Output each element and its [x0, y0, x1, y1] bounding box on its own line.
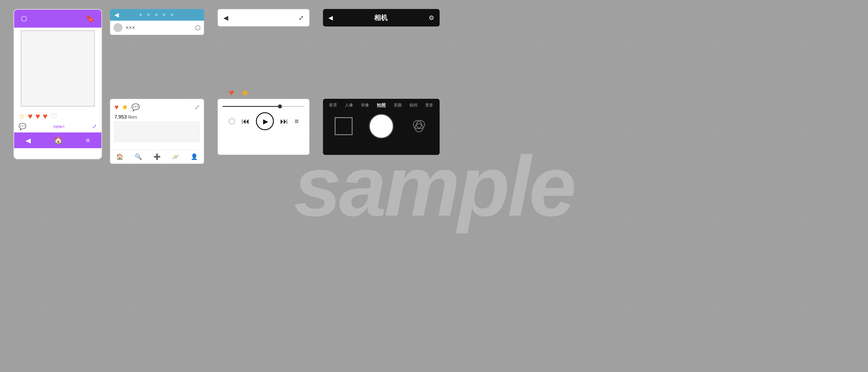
camera-settings-icon[interactable]: ⚙: [429, 14, 434, 22]
filter-icon[interactable]: [410, 117, 428, 135]
likes-label: likes: [128, 114, 137, 119]
floating-icons: ♥ ★: [229, 88, 249, 98]
x3: ×: [155, 12, 158, 18]
prev-track-icon[interactable]: ⏮: [242, 116, 250, 126]
post-image-placeholder: [114, 122, 199, 142]
post-share-icon[interactable]: ⤢: [194, 104, 199, 111]
phone-bottom-nav: ◀ 🏠 ≡: [14, 133, 101, 148]
hex-settings-icon[interactable]: ⬡: [228, 116, 235, 126]
x2: ×: [147, 12, 150, 18]
new-label: new+: [53, 124, 65, 130]
mode-beauty[interactable]: 美颜: [394, 103, 402, 109]
mode-night[interactable]: 夜景: [329, 103, 337, 109]
music-controls: ⬡ ⏮ ▶ ⏭ ≡: [222, 112, 305, 130]
nav-explore-icon[interactable]: 🪐: [172, 153, 179, 160]
insta-post: ♥ ★ 💬 ⤢ 7,953 likes 🏠 🔍 ➕ 🪐 👤: [110, 99, 204, 164]
post-actions: ♥ ★ 💬: [114, 103, 140, 111]
chat-x-icons: × × × × ×: [139, 12, 174, 18]
menu-nav-icon[interactable]: ≡: [86, 137, 90, 144]
chat-camera-icon[interactable]: ⬡: [195, 24, 200, 31]
mode-video[interactable]: 录像: [361, 103, 369, 109]
bookmark-icon[interactable]: 🔖: [86, 15, 95, 23]
album-selector[interactable]: [335, 117, 352, 135]
camera-bottom-ui: 夜景 人像 录像 拍照 美颜 贴纸 更多: [323, 99, 440, 155]
chat-username: ×××: [126, 25, 135, 31]
heart-outline-icon[interactable]: ♡: [50, 112, 57, 121]
x1: ×: [139, 12, 142, 18]
progress-track[interactable]: [222, 106, 305, 107]
heart-icon-1[interactable]: ♥: [28, 112, 33, 121]
progress-section: [222, 106, 305, 107]
camera-title: 相机: [374, 13, 388, 23]
nav-home-icon[interactable]: 🏠: [116, 153, 123, 160]
simple-share-icon[interactable]: ⤢: [299, 14, 304, 22]
post-chat-icon[interactable]: 💬: [131, 103, 140, 111]
post-heart-icon[interactable]: ♥: [114, 103, 119, 111]
insta-bottom-nav: 🏠 🔍 ➕ 🪐 👤: [110, 150, 204, 164]
phone-frame: ⬡ 🔖 ☆ ♥ ♥ ♥ ♡ 💬 new+ ⤢ ◀ 🏠 ≡: [13, 9, 102, 160]
camera-controls-row: [323, 110, 440, 142]
chat-content-row: ××× ⬡: [110, 21, 204, 35]
home-nav-icon[interactable]: 🏠: [54, 136, 63, 145]
chat-header-bar: ◀ × × × × ×: [110, 9, 204, 21]
chat-back-icon[interactable]: ◀: [114, 11, 119, 19]
photo-placeholder: [21, 30, 95, 107]
shutter-button[interactable]: [369, 114, 394, 139]
heart-icon-2[interactable]: ♥: [35, 112, 40, 121]
x5: ×: [170, 12, 174, 18]
insta-post-header: ♥ ★ 💬 ⤢: [110, 99, 204, 114]
mode-more[interactable]: 更多: [425, 103, 433, 109]
chat-bubble-icon[interactable]: 💬: [19, 123, 27, 130]
music-player: ⬡ ⏮ ▶ ⏭ ≡: [218, 99, 310, 155]
share-icon[interactable]: ⤢: [92, 123, 97, 130]
post-star-icon[interactable]: ★: [122, 103, 128, 111]
nav-profile-icon[interactable]: 👤: [191, 153, 198, 160]
floating-star-icon: ★: [241, 88, 249, 98]
camera-back-icon[interactable]: ◀: [328, 15, 333, 21]
phone-header: ⬡ 🔖: [14, 10, 101, 28]
nav-add-icon[interactable]: ➕: [153, 153, 161, 160]
svg-point-2: [415, 124, 423, 132]
star-icon[interactable]: ☆: [19, 112, 25, 120]
mode-photo[interactable]: 拍照: [377, 103, 386, 109]
camera-modes-bar: 夜景 人像 录像 拍照 美颜 贴纸 更多: [323, 99, 440, 110]
mode-portrait[interactable]: 人像: [345, 103, 353, 109]
simple-nav-bar: ◀ ⤢: [218, 9, 310, 27]
back-nav-icon[interactable]: ◀: [26, 137, 31, 144]
music-menu-icon[interactable]: ≡: [294, 117, 299, 125]
floating-heart-icon: ♥: [229, 88, 234, 98]
mode-sticker[interactable]: 贴纸: [409, 103, 417, 109]
camera-app-bar: ◀ 相机 ⚙: [323, 9, 440, 27]
x4: ×: [163, 12, 165, 18]
nav-search-icon[interactable]: 🔍: [135, 153, 142, 160]
play-icon: ▶: [263, 117, 268, 125]
phone-footer: ☆ ♥ ♥ ♥ ♡ 💬 new+ ⤢: [14, 109, 101, 133]
heart-icon-3[interactable]: ♥: [43, 112, 48, 121]
progress-fill: [222, 106, 280, 107]
play-button[interactable]: ▶: [256, 112, 274, 130]
canvas: sample ⬡ 🔖 ☆ ♥ ♥ ♥ ♡ 💬 new+ ⤢: [0, 0, 868, 372]
post-likes: 7,953 likes: [110, 114, 204, 120]
progress-thumb[interactable]: [278, 105, 282, 109]
chat-avatar: [114, 23, 122, 32]
likes-count: 7,953: [114, 114, 127, 120]
next-track-icon[interactable]: ⏭: [280, 116, 288, 126]
camera-icon[interactable]: ⬡: [21, 15, 27, 23]
simple-back-icon[interactable]: ◀: [223, 14, 228, 22]
